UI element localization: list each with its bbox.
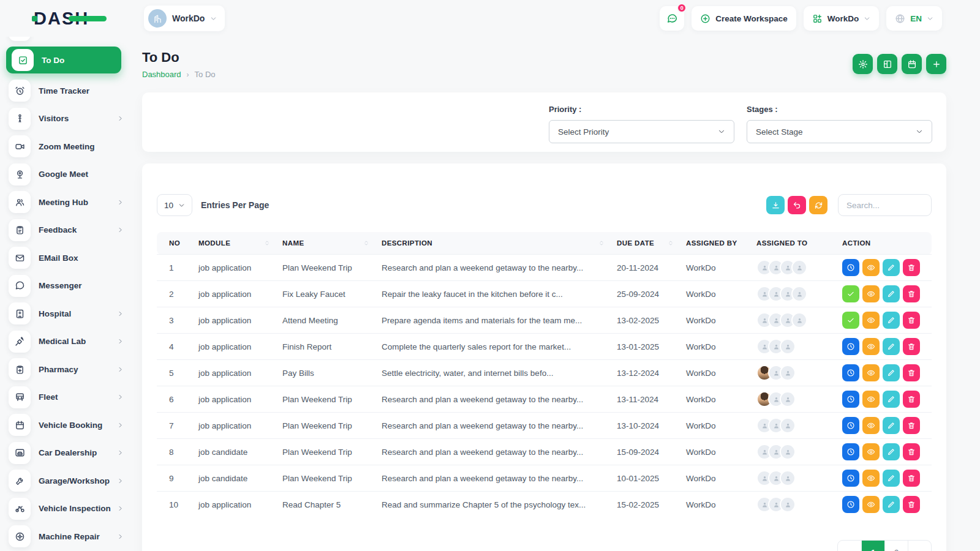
sidebar-item-zoom-meeting[interactable]: Zoom Meeting (9, 135, 124, 157)
breadcrumb-dashboard-link[interactable]: Dashboard (142, 70, 181, 79)
complete-status-button[interactable] (842, 312, 859, 329)
edit-button[interactable] (883, 391, 900, 408)
column-header-module[interactable]: MODULE (192, 232, 276, 255)
row-name: Pay Bills (276, 360, 375, 386)
messages-button[interactable]: 0 (660, 6, 684, 31)
sidebar-item-email-box[interactable]: EMail Box (9, 247, 124, 269)
edit-button[interactable] (883, 417, 900, 434)
pending-status-button[interactable] (842, 496, 859, 513)
stage-select[interactable]: Select Stage (747, 120, 932, 143)
sidebar-item-fleet[interactable]: Fleet (9, 386, 124, 408)
row-description: Research and plan a weekend getaway to t… (375, 413, 611, 439)
sidebar-item-vehicle-booking[interactable]: Vehicle Booking (9, 414, 124, 436)
person-icon (761, 343, 769, 351)
board-view-button[interactable] (877, 54, 897, 74)
edit-button[interactable] (883, 470, 900, 487)
column-header-assigned-by: ASSIGNED BY (680, 232, 750, 255)
view-button[interactable] (862, 470, 880, 487)
delete-button[interactable] (903, 496, 920, 513)
add-todo-button[interactable] (926, 54, 946, 74)
pending-status-button[interactable] (842, 417, 859, 434)
assignee-avatar (791, 312, 807, 328)
sidebar-item-vehicle-inspection[interactable]: Vehicle Inspection (9, 498, 124, 520)
priority-select[interactable]: Select Priority (549, 120, 734, 143)
view-button[interactable] (862, 443, 880, 460)
sidebar-item-feedback[interactable]: Feedback (9, 219, 124, 241)
sidebar-item-hospital[interactable]: Hospital (9, 302, 124, 324)
column-header-description[interactable]: DESCRIPTION (375, 232, 611, 255)
row-due-date: 15-02-2025 (611, 492, 680, 518)
edit-button[interactable] (883, 312, 900, 329)
row-module: job application (192, 360, 276, 386)
edit-button[interactable] (883, 338, 900, 355)
delete-button[interactable] (903, 417, 920, 434)
edit-button[interactable] (883, 259, 900, 276)
breadcrumb-separator: › (187, 70, 189, 79)
edit-button[interactable] (883, 285, 900, 302)
view-button[interactable] (862, 338, 880, 355)
delete-button[interactable] (903, 364, 920, 381)
pagination-cell[interactable]: › (908, 541, 931, 551)
pending-status-button[interactable] (842, 470, 859, 487)
edit-button[interactable] (883, 443, 900, 460)
person-icon (761, 290, 769, 298)
view-button[interactable] (862, 312, 880, 329)
sidebar-item-pharmacy[interactable]: Pharmacy (9, 358, 124, 380)
row-name: Plan Weekend Trip (276, 439, 375, 465)
sidebar-item-to-do[interactable]: To Do (6, 47, 121, 73)
column-header-name[interactable]: NAME (276, 232, 375, 255)
calendar-view-button[interactable] (902, 54, 922, 74)
sidebar-item-meeting-hub[interactable]: Meeting Hub (9, 191, 124, 213)
app-logo[interactable]: DASH (34, 8, 106, 29)
pending-status-button[interactable] (842, 259, 859, 276)
pagination-cell[interactable]: ‹ (838, 541, 861, 551)
sidebar-item-visitors[interactable]: Visitors (9, 108, 124, 130)
logo-dash-bar (69, 16, 107, 21)
pending-status-button[interactable] (842, 443, 859, 460)
sidebar-item-car-dealership[interactable]: Car Dealership (9, 442, 124, 464)
reset-button[interactable] (788, 196, 806, 214)
refresh-button[interactable] (809, 196, 827, 214)
sidebar-item-machine-repair[interactable]: Machine Repair (9, 525, 124, 547)
delete-button[interactable] (903, 259, 920, 276)
settings-button[interactable] (853, 54, 873, 74)
trash-icon (907, 369, 916, 377)
language-selector[interactable]: EN (886, 6, 942, 31)
view-button[interactable] (862, 285, 880, 302)
sidebar-item-label: Zoom Meeting (39, 142, 95, 151)
entries-per-page-select[interactable]: 10 (157, 194, 192, 216)
complete-status-button[interactable] (842, 285, 859, 302)
delete-button[interactable] (903, 285, 920, 302)
delete-button[interactable] (903, 391, 920, 408)
view-button[interactable] (862, 417, 880, 434)
pending-status-button[interactable] (842, 364, 859, 381)
delete-button[interactable] (903, 443, 920, 460)
row-number: 5 (157, 360, 192, 386)
view-button[interactable] (862, 364, 880, 381)
delete-button[interactable] (903, 338, 920, 355)
sidebar-item-medical-lab[interactable]: Medical Lab (9, 331, 124, 353)
view-button[interactable] (862, 391, 880, 408)
sidebar-item-google-meet[interactable]: Google Meet (9, 163, 124, 186)
pagination-page-active[interactable]: 1 (861, 541, 884, 551)
edit-button[interactable] (883, 496, 900, 513)
pending-status-button[interactable] (842, 338, 859, 355)
sidebar-item-garage-workshop[interactable]: Garage/Workshop (9, 470, 124, 492)
search-input[interactable] (838, 194, 932, 216)
create-workspace-label: Create Workspace (715, 14, 788, 23)
view-button[interactable] (862, 496, 880, 513)
view-button[interactable] (862, 259, 880, 276)
sidebar-item-time-tracker[interactable]: Time Tracker (9, 80, 124, 102)
pending-status-button[interactable] (842, 391, 859, 408)
create-workspace-button[interactable]: Create Workspace (692, 6, 796, 31)
workspace-selector[interactable]: WorkDo (144, 6, 225, 31)
delete-button[interactable] (903, 470, 920, 487)
sidebar-item-messenger[interactable]: Messenger (9, 275, 124, 297)
delete-button[interactable] (903, 312, 920, 329)
company-selector[interactable]: WorkDo (804, 6, 880, 31)
pagination-cell[interactable]: 2 (884, 541, 908, 551)
sidebar-item-label: Feedback (39, 225, 77, 234)
export-button[interactable] (766, 196, 785, 214)
column-header-due-date[interactable]: DUE DATE (611, 232, 680, 255)
edit-button[interactable] (883, 364, 900, 381)
